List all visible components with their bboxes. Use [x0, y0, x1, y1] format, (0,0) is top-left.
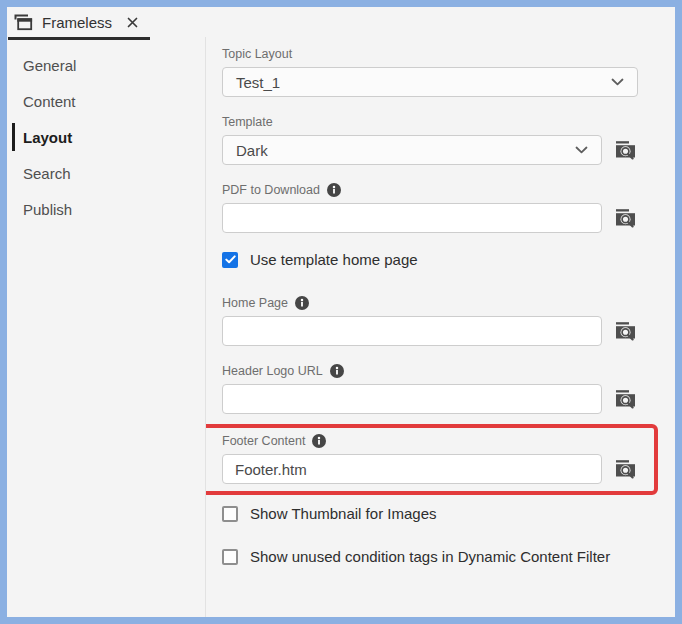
topic-layout-label: Topic Layout — [222, 47, 292, 61]
info-icon[interactable] — [312, 434, 326, 448]
chevron-down-icon — [575, 146, 588, 154]
topic-layout-select[interactable]: Test_1 — [222, 67, 638, 97]
field-home-page: Home Page — [222, 296, 638, 346]
pdf-to-download-label: PDF to Download — [222, 183, 320, 197]
sidebar-item-content[interactable]: Content — [7, 83, 205, 119]
field-topic-layout: Topic Layout Test_1 — [222, 47, 638, 97]
topic-layout-value: Test_1 — [236, 74, 280, 91]
footer-content-input[interactable] — [222, 454, 602, 484]
field-template: Template Dark — [222, 115, 638, 165]
sidebar-item-general[interactable]: General — [7, 47, 205, 83]
header-logo-browse-button[interactable] — [614, 387, 638, 411]
footer-content-label: Footer Content — [222, 434, 305, 448]
home-page-label: Home Page — [222, 296, 288, 310]
frameless-settings-window: Frameless General Content Layout Search … — [0, 0, 682, 624]
tab-bar: Frameless — [7, 7, 675, 37]
pdf-browse-button[interactable] — [614, 206, 638, 230]
checkbox-row-show-unused-tags: Show unused condition tags in Dynamic Co… — [222, 548, 638, 565]
info-icon[interactable] — [327, 183, 341, 197]
folder-search-icon — [615, 458, 637, 480]
footer-content-highlight-annotation: Footer Content — [206, 424, 658, 495]
tab-frameless[interactable]: Frameless — [8, 10, 150, 37]
field-pdf-to-download: PDF to Download — [222, 183, 638, 233]
info-icon[interactable] — [330, 364, 344, 378]
home-page-input[interactable] — [222, 316, 602, 346]
sidebar: General Content Layout Search Publish — [7, 37, 205, 617]
content-row: General Content Layout Search Publish To… — [7, 37, 675, 617]
folder-search-icon — [615, 320, 637, 342]
layout-settings-panel: Topic Layout Test_1 Template — [206, 37, 675, 617]
field-footer-content: Footer Content — [222, 434, 638, 484]
info-icon[interactable] — [295, 296, 309, 310]
template-label: Template — [222, 115, 273, 129]
checkbox-row-show-thumbnail: Show Thumbnail for Images — [222, 505, 638, 522]
home-page-browse-button[interactable] — [614, 319, 638, 343]
close-icon[interactable] — [125, 15, 140, 30]
show-unused-tags-label: Show unused condition tags in Dynamic Co… — [250, 548, 610, 565]
folder-search-icon — [615, 139, 637, 161]
use-template-home-page-checkbox[interactable] — [222, 252, 238, 268]
show-thumbnail-checkbox[interactable] — [222, 506, 238, 522]
pdf-to-download-input[interactable] — [222, 203, 602, 233]
show-unused-tags-checkbox[interactable] — [222, 549, 238, 565]
field-header-logo-url: Header Logo URL — [222, 364, 638, 414]
tab-title: Frameless — [42, 14, 112, 31]
checkmark-icon — [225, 255, 236, 264]
sidebar-item-layout[interactable]: Layout — [7, 119, 205, 155]
header-logo-url-input[interactable] — [222, 384, 602, 414]
chevron-down-icon — [611, 78, 624, 86]
folder-search-icon — [615, 207, 637, 229]
sidebar-item-search[interactable]: Search — [7, 155, 205, 191]
header-logo-url-label: Header Logo URL — [222, 364, 323, 378]
footer-content-browse-button[interactable] — [614, 457, 638, 481]
template-select[interactable]: Dark — [222, 135, 602, 165]
use-template-home-page-label: Use template home page — [250, 251, 418, 268]
template-value: Dark — [236, 142, 268, 159]
sidebar-item-publish[interactable]: Publish — [7, 191, 205, 227]
window-frames-icon — [14, 14, 33, 31]
checkbox-row-use-template-home-page: Use template home page — [222, 251, 638, 268]
folder-search-icon — [615, 388, 637, 410]
show-thumbnail-label: Show Thumbnail for Images — [250, 505, 436, 522]
template-browse-button[interactable] — [614, 138, 638, 162]
